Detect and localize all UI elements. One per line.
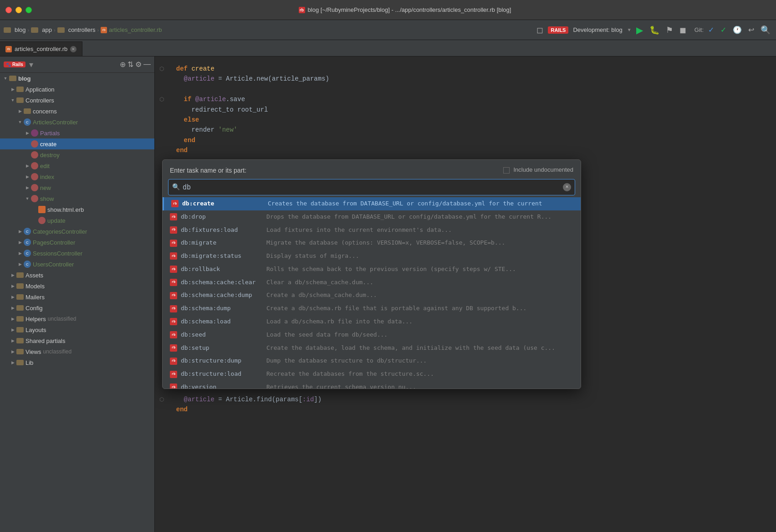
collapse-icon[interactable]: — xyxy=(143,60,151,69)
action-icon-edit xyxy=(31,162,38,169)
result-item-db-structure-dump[interactable]: rb db:structure:dump Dump the database s… xyxy=(163,354,581,368)
toolbar: blog › app › controllers › rb articles_c… xyxy=(0,20,776,40)
result-item-db-schema-cache-dump[interactable]: rb db:schema:cache:dump Create a db/sche… xyxy=(163,289,581,302)
tab-close-button[interactable]: ✕ xyxy=(70,46,77,52)
sidebar-item-shared-partials[interactable]: Shared partials xyxy=(0,335,154,346)
sidebar-item-assets[interactable]: Assets xyxy=(0,270,154,281)
sidebar-item-update[interactable]: update xyxy=(0,215,154,226)
sidebar-icons: ⊕ ⇅ ⚙ — xyxy=(120,60,151,69)
config-dropdown-icon[interactable]: ▼ xyxy=(627,27,632,32)
stop-button[interactable]: ◼ xyxy=(678,24,688,36)
git-history-button[interactable]: 🕐 xyxy=(731,25,744,35)
arrow-layouts xyxy=(9,326,16,333)
sidebar-item-views[interactable]: Views unclassified xyxy=(0,346,154,357)
sidebar-item-create[interactable]: create xyxy=(0,138,154,149)
sidebar-item-show-html[interactable]: show.html.erb xyxy=(0,204,154,215)
sidebar-item-show[interactable]: show xyxy=(0,193,154,204)
sidebar-item-edit[interactable]: edit xyxy=(0,160,154,171)
result-item-db-migrate-status[interactable]: rb db:migrate:status Display status of m… xyxy=(163,250,581,263)
sidebar-item-controllers[interactable]: Controllers xyxy=(0,95,154,106)
sidebar-item-partials[interactable]: Partials xyxy=(0,128,154,138)
result-item-db-version[interactable]: rb db:version Retrieves the current sche… xyxy=(163,381,581,389)
sidebar-item-sessions-controller[interactable]: C SessionsController xyxy=(0,248,154,259)
sidebar-item-layouts[interactable]: Layouts xyxy=(0,324,154,335)
settings-icon[interactable]: ⚙ xyxy=(135,60,142,69)
code-bottom-content-2: end xyxy=(168,404,769,414)
folder-icon-lib xyxy=(16,360,24,365)
partials-icon xyxy=(31,129,38,137)
git-check-button[interactable]: ✓ xyxy=(706,25,716,35)
sidebar-item-label-config: Config xyxy=(26,305,43,312)
result-item-db-schema-dump[interactable]: rb db:schema:dump Create a db/schema.rb … xyxy=(163,302,581,315)
rails-badge: 🐾 Rails xyxy=(4,61,26,67)
sidebar-item-new[interactable]: new xyxy=(0,182,154,193)
result-name-db-migrate-status: db:migrate:status xyxy=(181,251,263,261)
result-item-db-structure-load[interactable]: rb db:structure:load Recreate the databa… xyxy=(163,368,581,381)
search-value[interactable]: db xyxy=(183,182,560,193)
close-button[interactable] xyxy=(5,7,12,13)
results-list: rb db:create Creates the database from D… xyxy=(163,197,581,389)
sidebar-item-users-controller[interactable]: C UsersController xyxy=(0,259,154,270)
task-search[interactable]: 🔍 db ✕ xyxy=(168,179,575,195)
sidebar-item-articles-controller[interactable]: C ArticlesController xyxy=(0,117,154,128)
sidebar-item-index[interactable]: index xyxy=(0,171,154,182)
result-item-db-rollback[interactable]: rb db:rollback Rolls the schema back to … xyxy=(163,263,581,276)
sidebar-item-mailers[interactable]: Mailers xyxy=(0,292,154,302)
result-item-db-seed[interactable]: rb db:seed Load the seed data from db/se… xyxy=(163,328,581,342)
sidebar-item-label-create: create xyxy=(40,141,56,148)
result-desc-db-schema-dump: Create a db/schema.rb file that is porta… xyxy=(266,304,573,313)
controller-icon-categories: C xyxy=(24,228,31,235)
editor: ⬡ def create @article = Article.new(arti… xyxy=(155,56,776,532)
gutter-1: ⬡ xyxy=(155,65,168,74)
result-item-db-fixtures-load[interactable]: rb db:fixtures:load Load fixtures into t… xyxy=(163,224,581,237)
arrow-partials xyxy=(24,129,31,137)
git-revert-button[interactable]: ↩ xyxy=(746,25,756,35)
debug-button[interactable]: 🐛 xyxy=(648,24,661,36)
sidebar-item-blog[interactable]: blog xyxy=(0,73,154,84)
sidebar-item-label-controllers: Controllers xyxy=(26,97,54,104)
search-icon: 🔍 xyxy=(172,182,180,192)
sidebar-item-label-partials: Partials xyxy=(40,130,60,137)
result-item-db-drop[interactable]: rb db:drop Drops the database from DATAB… xyxy=(163,210,581,224)
sidebar-item-pages-controller[interactable]: C PagesController xyxy=(0,237,154,248)
git-commit-button[interactable]: ✓ xyxy=(719,25,728,35)
breadcrumb-controllers: controllers xyxy=(68,26,96,33)
result-item-db-create[interactable]: rb db:create Creates the database from D… xyxy=(163,197,581,210)
result-desc-db-structure-dump: Dump the database structure to db/struct… xyxy=(266,356,573,366)
folder-icon-assets xyxy=(16,272,24,278)
sidebar-item-helpers[interactable]: Helpers unclassified xyxy=(0,313,154,324)
sidebar-item-application[interactable]: Application xyxy=(0,84,154,95)
include-undocumented-checkbox[interactable] xyxy=(503,167,510,174)
sidebar-item-destroy[interactable]: destroy xyxy=(0,149,154,160)
rails-label: RAILS xyxy=(548,26,568,34)
video-button[interactable]: ◻ xyxy=(535,24,545,36)
code-line-6: else xyxy=(155,115,776,125)
app-icon: rb xyxy=(299,7,305,13)
gutter-4: ⬡ xyxy=(155,96,168,104)
arrow-update xyxy=(31,217,38,224)
tab-articles-controller[interactable]: rb articles_controller.rb ✕ xyxy=(0,41,82,56)
fullscreen-button[interactable] xyxy=(26,7,32,13)
sidebar-item-config[interactable]: Config xyxy=(0,302,154,313)
sort-icon[interactable]: ⇅ xyxy=(128,60,133,69)
result-item-db-schema-load[interactable]: rb db:schema:load Load a db/schema.rb fi… xyxy=(163,315,581,328)
result-item-db-migrate[interactable]: rb db:migrate Migrate the database (opti… xyxy=(163,236,581,250)
arrow-controllers xyxy=(9,97,16,104)
sidebar-item-categories-controller[interactable]: C CategoriesController xyxy=(0,226,154,237)
code-3 xyxy=(168,84,769,94)
controller-icon-pages: C xyxy=(24,239,31,246)
sidebar-item-models[interactable]: Models xyxy=(0,281,154,292)
result-item-db-setup[interactable]: rb db:setup Create the database, load th… xyxy=(163,342,581,355)
search-button[interactable]: 🔍 xyxy=(759,24,772,36)
sidebar-item-label-concerns: concerns xyxy=(33,108,57,115)
git-label: Git: xyxy=(694,26,704,33)
coverage-button[interactable]: ⚑ xyxy=(664,24,675,36)
result-item-db-schema-cache-clear[interactable]: rb db:schema:cache:clear Clear a db/sche… xyxy=(163,276,581,289)
run-button[interactable]: ▶ xyxy=(634,24,645,36)
minimize-button[interactable] xyxy=(15,7,22,13)
search-clear-button[interactable]: ✕ xyxy=(563,183,571,191)
traffic-lights[interactable] xyxy=(5,7,32,13)
add-icon[interactable]: ⊕ xyxy=(120,60,126,69)
sidebar-item-lib[interactable]: Lib xyxy=(0,357,154,368)
sidebar-item-concerns[interactable]: concerns xyxy=(0,106,154,117)
